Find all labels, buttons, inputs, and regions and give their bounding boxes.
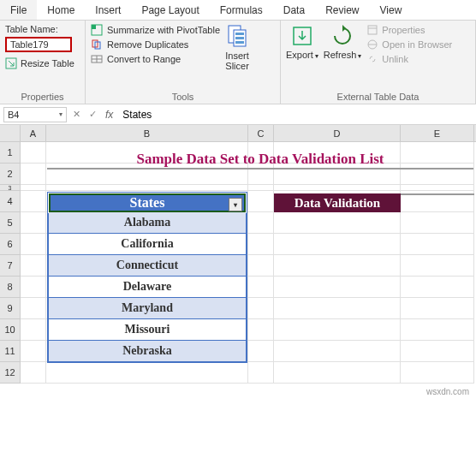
cell[interactable] [401,234,474,255]
row-head-2[interactable]: 2 [0,164,21,185]
row-head-10[interactable]: 10 [0,319,21,341]
cell[interactable] [274,298,401,319]
cell[interactable] [21,164,46,185]
cell[interactable] [248,255,274,277]
convert-range-button[interactable]: Convert to Range [91,53,220,65]
open-browser-button[interactable]: Open in Browser [366,39,452,51]
filter-dropdown-button[interactable]: ▾ [229,198,242,211]
worksheet-grid[interactable]: A B C D E 1 2 3 4 5 6 7 8 9 10 11 12 Sam… [0,125,476,384]
row-head-6[interactable]: 6 [0,234,21,255]
remove-duplicates-button[interactable]: Remove Duplicates [91,39,220,51]
menu-file[interactable]: File [0,0,37,20]
cell[interactable] [46,362,248,384]
cell[interactable] [248,212,274,234]
cell[interactable] [248,277,274,298]
menu-formulas[interactable]: Formulas [210,0,273,20]
cell[interactable] [21,341,46,362]
cell[interactable] [21,362,46,384]
cell[interactable] [401,319,474,341]
cell[interactable] [401,212,474,234]
menu-insert[interactable]: Insert [85,0,131,20]
col-head-a[interactable]: A [21,125,46,141]
cell[interactable] [401,298,474,319]
menu-data[interactable]: Data [273,0,315,20]
row-head-4[interactable]: 4 [0,191,21,212]
table-name-input[interactable]: Table179 [5,37,72,52]
cell[interactable] [248,319,274,341]
cell[interactable] [248,191,274,212]
cell[interactable] [274,234,401,255]
row-head-12[interactable]: 12 [0,362,21,384]
enter-formula-button[interactable]: ✓ [85,109,101,120]
col-head-e[interactable]: E [401,125,474,141]
cell[interactable] [274,362,401,384]
cell[interactable] [21,212,46,234]
ribbon-group-properties: Table Name: Table179 Resize Table Proper… [0,21,86,104]
insert-slicer-button[interactable]: InsertSlicer [225,24,249,71]
cell[interactable] [248,298,274,319]
formula-input[interactable] [117,107,476,122]
ext-properties-button[interactable]: Properties [366,24,452,36]
table-row[interactable]: Nebraska [49,341,246,362]
menu-view[interactable]: View [370,0,413,20]
cell[interactable] [21,255,46,277]
cell[interactable] [401,277,474,298]
cell[interactable] [401,362,474,384]
cell[interactable] [21,142,46,164]
ribbon-group-tools: Summarize with PivotTable Remove Duplica… [86,21,281,104]
cell[interactable] [21,191,46,212]
row-head-11[interactable]: 11 [0,341,21,362]
cell[interactable] [21,319,46,341]
cell[interactable] [248,185,274,191]
table-row[interactable]: Delaware [49,277,246,298]
fx-icon[interactable]: fx [101,109,117,121]
cell[interactable] [274,185,401,191]
table-row[interactable]: Maryland [49,298,246,319]
cell[interactable] [401,341,474,362]
row-head-3[interactable]: 3 [0,185,21,191]
resize-table-button[interactable]: Resize Table [5,57,80,69]
slicer-label-1: Insert [225,51,249,61]
row-head-8[interactable]: 8 [0,277,21,298]
cell[interactable] [274,277,401,298]
cell[interactable] [248,234,274,255]
col-head-b[interactable]: B [46,125,248,141]
data-validation-cell[interactable] [401,193,474,212]
col-head-c[interactable]: C [248,125,274,141]
table-row[interactable]: Missouri [49,319,246,341]
cell[interactable] [401,255,474,277]
row-head-5[interactable]: 5 [0,212,21,234]
row-head-9[interactable]: 9 [0,298,21,319]
summarize-pivot-button[interactable]: Summarize with PivotTable [91,24,220,36]
cell[interactable] [46,185,248,191]
col-head-d[interactable]: D [274,125,401,141]
name-box[interactable]: B4 ▾ [3,107,67,122]
cell[interactable] [21,298,46,319]
refresh-button[interactable]: Refresh▾ [324,24,362,65]
cell[interactable] [21,234,46,255]
convert-range-label: Convert to Range [107,54,181,64]
cell[interactable] [248,362,274,384]
cell[interactable] [21,185,46,191]
cell[interactable] [274,319,401,341]
menu-page-layout[interactable]: Page Layout [131,0,209,20]
cancel-formula-button[interactable]: ✕ [68,109,85,120]
select-all-triangle[interactable] [0,125,21,141]
cell[interactable] [401,185,474,191]
export-button[interactable]: Export▾ [286,24,318,65]
cell[interactable] [248,341,274,362]
table-row[interactable]: Connecticut [49,255,246,277]
cell[interactable] [274,341,401,362]
table-row[interactable]: California [49,234,246,255]
cell[interactable] [274,212,401,234]
row-head-1[interactable]: 1 [0,142,21,164]
row-head-7[interactable]: 7 [0,255,21,277]
menu-review[interactable]: Review [315,0,369,20]
cell[interactable] [274,255,401,277]
table-header-cell[interactable]: States ▾ [49,193,246,212]
svg-rect-11 [235,37,244,39]
table-row[interactable]: Alabama [49,212,246,234]
menu-home[interactable]: Home [37,0,85,20]
cell[interactable] [21,277,46,298]
unlink-button[interactable]: Unlink [366,53,452,65]
